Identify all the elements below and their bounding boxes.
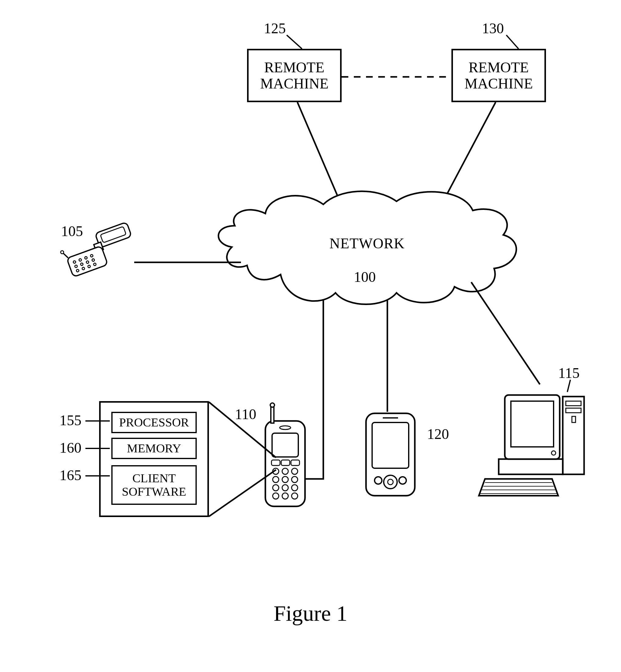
client-box-explode-lines	[0, 0, 621, 672]
figure-caption: Figure 1	[0, 601, 621, 626]
svg-line-69	[209, 402, 276, 458]
svg-line-70	[209, 470, 276, 516]
